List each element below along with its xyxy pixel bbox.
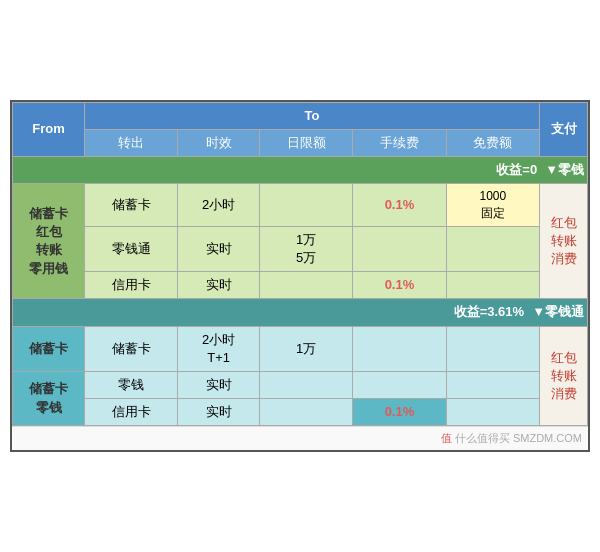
lingqiantong-pay-cell: 红包 转账 消费 — [540, 326, 588, 426]
main-container: From To 支付 转出 时效 日限额 手续费 免费额 ▼零钱 收益=0 — [10, 100, 590, 453]
lingqiantong-to-3: 信用卡 — [85, 399, 178, 426]
watermark-text: 什么值得买 SMZDM.COM — [455, 432, 582, 444]
lingqian-free-2 — [446, 226, 539, 271]
lingqian-time-3: 实时 — [178, 272, 260, 299]
section-lingqian-header: ▼零钱 收益=0 — [13, 157, 588, 184]
lingqiantong-to-1: 储蓄卡 — [85, 326, 178, 371]
lingqiantong-row-3: 信用卡 实时 0.1% — [13, 399, 588, 426]
lingqiantong-fee-3: 0.1% — [353, 399, 446, 426]
section-lingqiantong-name: ▼零钱通 — [532, 303, 584, 321]
lingqian-row-2: 零钱通 实时 1万 5万 — [13, 226, 588, 271]
lingqian-daily-3 — [259, 272, 352, 299]
section-lingqian-label: ▼零钱 收益=0 — [13, 157, 588, 184]
section-lingqian-income: 收益=0 — [496, 161, 545, 179]
lingqian-to-2: 零钱通 — [85, 226, 178, 271]
subheader-to: 转出 — [85, 129, 178, 156]
section-lingqiantong-header: ▼零钱通 收益=3.61% — [13, 299, 588, 326]
header-from: From — [13, 102, 85, 156]
lingqiantong-fee-2 — [353, 371, 446, 398]
lingqian-fee-2 — [353, 226, 446, 271]
lingqiantong-from-2: 储蓄卡 零钱 — [13, 371, 85, 425]
lingqiantong-daily-2 — [259, 371, 352, 398]
lingqiantong-time-2: 实时 — [178, 371, 260, 398]
lingqiantong-free-1 — [446, 326, 539, 371]
lingqian-daily-1 — [259, 184, 352, 227]
lingqiantong-time-1: 2小时 T+1 — [178, 326, 260, 371]
lingqiantong-free-2 — [446, 371, 539, 398]
lingqian-row-1: 储蓄卡 红包 转账 零用钱 储蓄卡 2小时 0.1% 1000 固定 红包 转账… — [13, 184, 588, 227]
header-pay: 支付 — [540, 102, 588, 156]
section-lingqian-name: ▼零钱 — [545, 161, 584, 179]
lingqiantong-free-3 — [446, 399, 539, 426]
lingqian-row-3: 信用卡 实时 0.1% — [13, 272, 588, 299]
lingqiantong-row-1: 储蓄卡 储蓄卡 2小时 T+1 1万 红包 转账 消费 — [13, 326, 588, 371]
lingqian-daily-2: 1万 5万 — [259, 226, 352, 271]
lingqiantong-daily-3 — [259, 399, 352, 426]
watermark: 值 什么值得买 SMZDM.COM — [12, 426, 588, 450]
lingqiantong-to-2: 零钱 — [85, 371, 178, 398]
subheader-fee: 手续费 — [353, 129, 446, 156]
section-lingqiantong-label: ▼零钱通 收益=3.61% — [13, 299, 588, 326]
lingqiantong-daily-1: 1万 — [259, 326, 352, 371]
lingqiantong-from-1: 储蓄卡 — [13, 326, 85, 371]
section-lingqiantong-income: 收益=3.61% — [454, 303, 532, 321]
subheader-time: 时效 — [178, 129, 260, 156]
header-to: To — [85, 102, 540, 129]
lingqiantong-fee-1 — [353, 326, 446, 371]
watermark-logo: 值 — [441, 432, 452, 444]
lingqian-fee-1: 0.1% — [353, 184, 446, 227]
subheader-free: 免费额 — [446, 129, 539, 156]
lingqian-to-3: 信用卡 — [85, 272, 178, 299]
sub-header-row: 转出 时效 日限额 手续费 免费额 — [13, 129, 588, 156]
lingqian-free-1: 1000 固定 — [446, 184, 539, 227]
lingqiantong-row-2: 储蓄卡 零钱 零钱 实时 — [13, 371, 588, 398]
main-header-row: From To 支付 — [13, 102, 588, 129]
lingqian-free-3 — [446, 272, 539, 299]
lingqian-time-1: 2小时 — [178, 184, 260, 227]
lingqian-fee-3: 0.1% — [353, 272, 446, 299]
subheader-daily: 日限额 — [259, 129, 352, 156]
lingqiantong-time-3: 实时 — [178, 399, 260, 426]
lingqian-to-1: 储蓄卡 — [85, 184, 178, 227]
lingqian-time-2: 实时 — [178, 226, 260, 271]
lingqian-from-cell: 储蓄卡 红包 转账 零用钱 — [13, 184, 85, 299]
lingqian-pay-cell: 红包 转账 消费 — [540, 184, 588, 299]
